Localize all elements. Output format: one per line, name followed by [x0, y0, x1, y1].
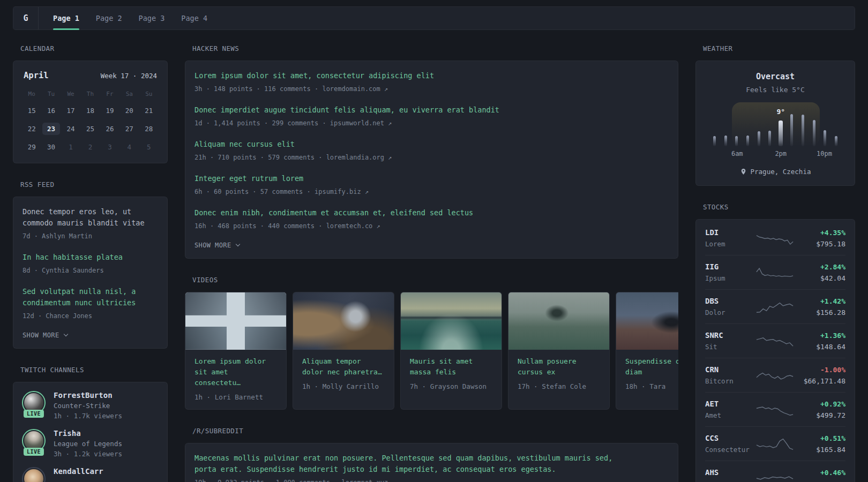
calendar-weekday: We	[61, 91, 80, 100]
story-title[interactable]: Aliquam nec cursus elit	[194, 139, 295, 150]
story-title[interactable]: Donec imperdiet augue tincidunt felis al…	[194, 104, 499, 116]
story-title[interactable]: Donec enim nibh, condimentum et accumsan…	[194, 207, 473, 219]
hackernews-list: Lorem ipsum dolor sit amet, consectetur …	[194, 70, 669, 231]
calendar-weekday: Fr	[100, 91, 119, 100]
video-card[interactable]: Aliquam tempor dolor nec pharetra…1h · M…	[293, 292, 394, 410]
avatar: LIVE	[22, 391, 46, 415]
stock-row[interactable]: CRNBitcorn-1.00%$66,171.48	[705, 358, 845, 392]
twitch-section-label: TWITCH CHANNELS	[20, 366, 168, 374]
twitch-channel[interactable]: LIVEForrestBurtonCounter-Strike1h · 1.7k…	[22, 391, 159, 420]
stock-symbol: AET	[705, 400, 756, 408]
video-card[interactable]: Lorem ipsum dolor sit amet consectetu…1h…	[185, 292, 287, 410]
channel-game: Counter-Strike	[54, 402, 122, 410]
stock-change: +0.46%	[820, 469, 845, 477]
calendar-day: 17	[61, 103, 80, 118]
location-pin-icon	[740, 168, 747, 175]
stock-row[interactable]: IIGIpsum+2.84%$42.04	[705, 255, 845, 289]
stock-id: CRNBitcorn	[705, 365, 756, 385]
calendar-day: 3	[100, 140, 119, 154]
calendar-weekday: Mo	[22, 91, 41, 100]
temperature-bar	[734, 113, 739, 146]
video-title: Aliquam tempor dolor nec pharetra…	[293, 350, 394, 378]
calendar-weekday: Su	[139, 91, 159, 100]
story-item: Donec enim nibh, condimentum et accumsan…	[194, 207, 669, 231]
stock-name: Amet	[705, 411, 756, 419]
rss-title[interactable]: In hac habitasse platea	[23, 252, 123, 263]
video-card[interactable]: Suspendisse quis diam18h · Tara	[616, 292, 678, 410]
story-title[interactable]: Lorem ipsum dolor sit amet, consectetur …	[194, 70, 434, 81]
stock-price	[820, 480, 845, 482]
stock-name: Lorem	[705, 240, 756, 248]
right-column: WEATHER Overcast Feels like 5°C 9° 6am2p…	[695, 44, 855, 482]
stocks-section: STOCKS LDILorem+4.35%$795.18IIGIpsum+2.8…	[695, 203, 855, 482]
subreddit-post-title[interactable]: Maecenas mollis pulvinar erat non posuer…	[194, 453, 626, 475]
videos-section: VIDEOS Lorem ipsum dolor sit amet consec…	[185, 276, 678, 410]
stock-row[interactable]: AETAmet+0.92%$499.72	[705, 392, 845, 426]
stock-quote: +1.42%$156.28	[816, 297, 845, 317]
calendar-day: 15	[22, 103, 41, 118]
stock-name: Sit	[705, 343, 756, 351]
channel-info: ForrestBurtonCounter-Strike1h · 1.7k vie…	[54, 391, 122, 420]
middle-column: HACKER NEWS Lorem ipsum dolor sit amet, …	[185, 44, 678, 482]
weather-location-text: Prague, Czechia	[751, 168, 811, 176]
weather-time-labels: 6am2pm10pm	[710, 150, 841, 160]
calendar-header: April Week 17 · 2024	[22, 70, 159, 80]
stock-name: Bitcorn	[705, 377, 756, 385]
story-meta: 6h · 60 points · 57 comments · ipsumify.…	[194, 187, 669, 197]
subreddit-list: Maecenas mollis pulvinar erat non posuer…	[194, 453, 669, 482]
video-title: Lorem ipsum dolor sit amet consectetu…	[185, 350, 286, 388]
twitch-channel[interactable]: KendallCarr	[22, 467, 159, 482]
rss-title[interactable]: Donec tempor eros leo, ut commodo mauris…	[23, 206, 158, 229]
rss-section-label: RSS FEED	[20, 180, 168, 189]
channel-info: TrishaLeague of Legends3h · 1.2k viewers	[54, 429, 122, 458]
hackernews-show-more-button[interactable]: SHOW MORE	[194, 242, 669, 249]
stock-quote: +0.51%$165.84	[816, 434, 845, 454]
stock-change: -1.00%	[804, 366, 845, 374]
avatar: LIVE	[22, 429, 46, 453]
weather-chart: 9°	[710, 113, 841, 146]
stock-symbol: AHS	[705, 468, 756, 477]
weather-section-label: WEATHER	[703, 44, 855, 52]
show-more-label: SHOW MORE	[23, 332, 59, 339]
tab-page-1[interactable]: Page 1	[53, 7, 79, 29]
left-column: CALENDAR April Week 17 · 2024 MoTuWeThFr…	[13, 44, 168, 482]
stock-row[interactable]: LDILorem+4.35%$795.18	[705, 221, 845, 255]
story-item: Aliquam nec cursus elit21h · 710 points …	[194, 139, 669, 162]
twitch-list: LIVEForrestBurtonCounter-Strike1h · 1.7k…	[22, 391, 159, 482]
show-more-label: SHOW MORE	[194, 242, 231, 249]
videos-section-label: VIDEOS	[192, 276, 678, 284]
tab-page-2[interactable]: Page 2	[96, 7, 122, 29]
twitch-channel[interactable]: LIVETrishaLeague of Legends3h · 1.2k vie…	[22, 429, 159, 458]
video-card[interactable]: Nullam posuere cursus ex17h · Stefan Col…	[508, 292, 610, 410]
calendar-day: 26	[100, 122, 119, 136]
video-card[interactable]: Mauris sit amet massa felis7h · Grayson …	[400, 292, 502, 410]
calendar-weekday: Sa	[119, 91, 139, 100]
stock-change: +4.35%	[816, 229, 845, 237]
weather-section: WEATHER Overcast Feels like 5°C 9° 6am2p…	[695, 44, 855, 186]
story-title[interactable]: Integer eget rutrum lorem	[194, 173, 303, 184]
calendar-day: 24	[61, 122, 80, 136]
stock-quote: +0.46%	[820, 469, 845, 482]
dashboard-page: G Page 1Page 2Page 3Page 4 CALENDAR Apri…	[0, 0, 868, 482]
calendar-day: 25	[80, 122, 100, 136]
channel-game: League of Legends	[54, 440, 122, 448]
tab-page-3[interactable]: Page 3	[139, 7, 165, 29]
stock-row[interactable]: SNRCSit+1.36%$148.64	[705, 323, 845, 358]
app-logo[interactable]: G	[13, 7, 39, 29]
subreddit-post-meta: 19h · 9,932 points · 1,090 comments · lo…	[194, 478, 669, 482]
stocks-card: LDILorem+4.35%$795.18IIGIpsum+2.84%$42.0…	[695, 219, 855, 482]
stock-row[interactable]: CCSConsectetur+0.51%$165.84	[705, 426, 845, 461]
rss-show-more-button[interactable]: SHOW MORE	[23, 332, 158, 339]
video-meta: 1h · Molly Carrillo	[293, 378, 394, 398]
current-temp-label: 9°	[776, 108, 785, 116]
tab-page-4[interactable]: Page 4	[181, 7, 207, 29]
weather-time-label: 2pm	[775, 150, 787, 157]
video-meta: 17h · Stefan Cole	[508, 378, 609, 398]
stock-symbol: IIG	[705, 262, 756, 271]
rss-title[interactable]: Sed volutpat nulla nisl, a condimentum n…	[23, 286, 158, 308]
stock-price: $148.64	[816, 343, 845, 351]
stock-row[interactable]: DBSDolor+1.42%$156.28	[705, 289, 845, 323]
stock-id: DBSDolor	[705, 297, 756, 317]
stock-row[interactable]: AHS+0.46%	[705, 461, 845, 482]
hackernews-section: HACKER NEWS Lorem ipsum dolor sit amet, …	[185, 44, 678, 259]
